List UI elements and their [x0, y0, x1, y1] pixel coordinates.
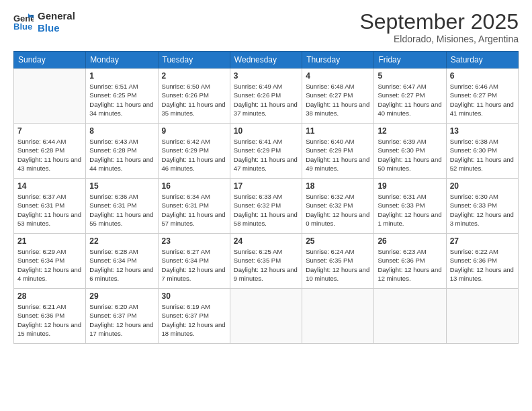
day-info: Sunrise: 6:23 AM Sunset: 6:36 PM Dayligh…	[378, 247, 442, 283]
day-number: 23	[162, 236, 226, 246]
day-info: Sunrise: 6:41 AM Sunset: 6:29 PM Dayligh…	[234, 137, 298, 173]
day-number: 3	[234, 71, 298, 81]
day-number: 14	[17, 181, 82, 191]
title-block: September 2025 Eldorado, Misiones, Argen…	[359, 10, 519, 44]
calendar-cell: 24Sunrise: 6:25 AM Sunset: 6:35 PM Dayli…	[230, 234, 302, 289]
day-number: 16	[162, 181, 226, 191]
day-info: Sunrise: 6:38 AM Sunset: 6:30 PM Dayligh…	[450, 137, 515, 173]
day-info: Sunrise: 6:37 AM Sunset: 6:31 PM Dayligh…	[17, 192, 82, 228]
calendar-cell: 28Sunrise: 6:21 AM Sunset: 6:36 PM Dayli…	[14, 289, 86, 344]
day-number: 6	[450, 71, 515, 81]
day-number: 13	[450, 126, 515, 136]
calendar-cell: 7Sunrise: 6:44 AM Sunset: 6:28 PM Daylig…	[14, 124, 86, 179]
calendar-cell: 16Sunrise: 6:34 AM Sunset: 6:31 PM Dayli…	[158, 179, 230, 234]
calendar-cell: 13Sunrise: 6:38 AM Sunset: 6:30 PM Dayli…	[446, 124, 518, 179]
day-info: Sunrise: 6:25 AM Sunset: 6:35 PM Dayligh…	[234, 247, 298, 283]
day-number: 21	[17, 236, 82, 246]
calendar-cell: 17Sunrise: 6:33 AM Sunset: 6:32 PM Dayli…	[230, 179, 302, 234]
day-number: 12	[378, 126, 442, 136]
weekday-header-wednesday: Wednesday	[230, 52, 302, 68]
day-number: 2	[162, 71, 226, 81]
day-number: 20	[450, 181, 515, 191]
calendar-cell: 11Sunrise: 6:40 AM Sunset: 6:29 PM Dayli…	[302, 124, 374, 179]
day-info: Sunrise: 6:29 AM Sunset: 6:34 PM Dayligh…	[17, 247, 82, 283]
weekday-header-tuesday: Tuesday	[158, 52, 230, 68]
calendar-cell: 14Sunrise: 6:37 AM Sunset: 6:31 PM Dayli…	[14, 179, 86, 234]
day-info: Sunrise: 6:36 AM Sunset: 6:31 PM Dayligh…	[89, 192, 154, 228]
calendar-cell: 15Sunrise: 6:36 AM Sunset: 6:31 PM Dayli…	[86, 179, 158, 234]
weekday-header-saturday: Saturday	[446, 52, 518, 68]
day-info: Sunrise: 6:48 AM Sunset: 6:27 PM Dayligh…	[306, 82, 370, 118]
day-info: Sunrise: 6:24 AM Sunset: 6:35 PM Dayligh…	[306, 247, 370, 283]
day-number: 28	[17, 291, 82, 301]
day-number: 1	[89, 71, 154, 81]
day-info: Sunrise: 6:42 AM Sunset: 6:29 PM Dayligh…	[162, 137, 226, 173]
logo-line2: Blue	[38, 22, 75, 34]
calendar-cell: 9Sunrise: 6:42 AM Sunset: 6:29 PM Daylig…	[158, 124, 230, 179]
calendar-cell	[446, 289, 518, 344]
day-info: Sunrise: 6:40 AM Sunset: 6:29 PM Dayligh…	[306, 137, 370, 173]
day-info: Sunrise: 6:33 AM Sunset: 6:32 PM Dayligh…	[234, 192, 298, 228]
day-number: 5	[378, 71, 442, 81]
day-number: 17	[234, 181, 298, 191]
day-number: 22	[89, 236, 154, 246]
day-number: 9	[162, 126, 226, 136]
calendar-table: SundayMondayTuesdayWednesdayThursdayFrid…	[13, 51, 519, 344]
month-title: September 2025	[359, 10, 519, 34]
calendar-cell: 23Sunrise: 6:27 AM Sunset: 6:34 PM Dayli…	[158, 234, 230, 289]
calendar-cell: 19Sunrise: 6:31 AM Sunset: 6:33 PM Dayli…	[374, 179, 446, 234]
calendar-cell: 20Sunrise: 6:30 AM Sunset: 6:33 PM Dayli…	[446, 179, 518, 234]
day-info: Sunrise: 6:20 AM Sunset: 6:37 PM Dayligh…	[89, 302, 154, 338]
day-info: Sunrise: 6:46 AM Sunset: 6:27 PM Dayligh…	[450, 82, 515, 118]
day-number: 30	[162, 291, 226, 301]
calendar-cell	[230, 289, 302, 344]
calendar-cell: 8Sunrise: 6:43 AM Sunset: 6:28 PM Daylig…	[86, 124, 158, 179]
calendar-cell	[374, 289, 446, 344]
day-number: 29	[89, 291, 154, 301]
weekday-header-sunday: Sunday	[14, 52, 86, 68]
day-info: Sunrise: 6:30 AM Sunset: 6:33 PM Dayligh…	[450, 192, 515, 228]
day-info: Sunrise: 6:47 AM Sunset: 6:27 PM Dayligh…	[378, 82, 442, 118]
day-info: Sunrise: 6:19 AM Sunset: 6:37 PM Dayligh…	[162, 302, 226, 338]
day-number: 11	[306, 126, 370, 136]
day-info: Sunrise: 6:22 AM Sunset: 6:36 PM Dayligh…	[450, 247, 515, 283]
calendar-cell: 2Sunrise: 6:50 AM Sunset: 6:26 PM Daylig…	[158, 68, 230, 124]
day-number: 19	[378, 181, 442, 191]
day-number: 25	[306, 236, 370, 246]
calendar-cell: 30Sunrise: 6:19 AM Sunset: 6:37 PM Dayli…	[158, 289, 230, 344]
day-info: Sunrise: 6:31 AM Sunset: 6:33 PM Dayligh…	[378, 192, 442, 228]
calendar-cell: 26Sunrise: 6:23 AM Sunset: 6:36 PM Dayli…	[374, 234, 446, 289]
calendar-cell: 1Sunrise: 6:51 AM Sunset: 6:25 PM Daylig…	[86, 68, 158, 124]
logo-icon: General Blue	[13, 12, 34, 32]
day-info: Sunrise: 6:21 AM Sunset: 6:36 PM Dayligh…	[17, 302, 82, 338]
calendar-cell	[14, 68, 86, 124]
calendar-cell: 18Sunrise: 6:32 AM Sunset: 6:32 PM Dayli…	[302, 179, 374, 234]
day-number: 27	[450, 236, 515, 246]
day-info: Sunrise: 6:43 AM Sunset: 6:28 PM Dayligh…	[89, 137, 154, 173]
day-info: Sunrise: 6:34 AM Sunset: 6:31 PM Dayligh…	[162, 192, 226, 228]
day-info: Sunrise: 6:49 AM Sunset: 6:26 PM Dayligh…	[234, 82, 298, 118]
calendar-cell: 29Sunrise: 6:20 AM Sunset: 6:37 PM Dayli…	[86, 289, 158, 344]
location-subtitle: Eldorado, Misiones, Argentina	[359, 34, 519, 44]
calendar-cell: 21Sunrise: 6:29 AM Sunset: 6:34 PM Dayli…	[14, 234, 86, 289]
day-number: 15	[89, 181, 154, 191]
calendar-cell: 22Sunrise: 6:28 AM Sunset: 6:34 PM Dayli…	[86, 234, 158, 289]
day-number: 10	[234, 126, 298, 136]
calendar-cell	[302, 289, 374, 344]
svg-text:Blue: Blue	[13, 21, 32, 32]
calendar-cell: 12Sunrise: 6:39 AM Sunset: 6:30 PM Dayli…	[374, 124, 446, 179]
calendar-cell: 10Sunrise: 6:41 AM Sunset: 6:29 PM Dayli…	[230, 124, 302, 179]
logo-line1: General	[38, 10, 75, 22]
day-number: 24	[234, 236, 298, 246]
logo: General Blue General Blue	[13, 10, 75, 34]
day-info: Sunrise: 6:50 AM Sunset: 6:26 PM Dayligh…	[162, 82, 226, 118]
day-info: Sunrise: 6:51 AM Sunset: 6:25 PM Dayligh…	[89, 82, 154, 118]
day-info: Sunrise: 6:39 AM Sunset: 6:30 PM Dayligh…	[378, 137, 442, 173]
page-header: General Blue General Blue September 2025…	[13, 10, 519, 44]
calendar-cell: 27Sunrise: 6:22 AM Sunset: 6:36 PM Dayli…	[446, 234, 518, 289]
day-info: Sunrise: 6:28 AM Sunset: 6:34 PM Dayligh…	[89, 247, 154, 283]
day-number: 4	[306, 71, 370, 81]
day-info: Sunrise: 6:32 AM Sunset: 6:32 PM Dayligh…	[306, 192, 370, 228]
calendar-cell: 4Sunrise: 6:48 AM Sunset: 6:27 PM Daylig…	[302, 68, 374, 124]
day-info: Sunrise: 6:27 AM Sunset: 6:34 PM Dayligh…	[162, 247, 226, 283]
